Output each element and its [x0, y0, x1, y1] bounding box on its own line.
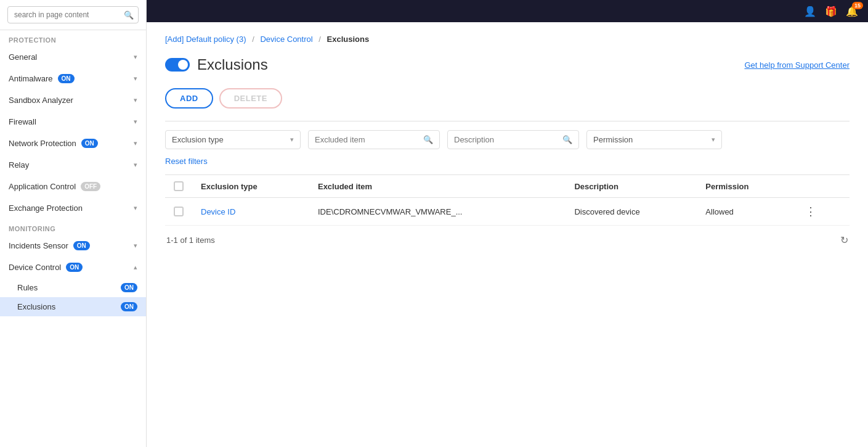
sidebar-item-sandbox[interactable]: Sandbox Analyzer ▾ [0, 89, 146, 111]
action-row: ADD DELETE [165, 88, 850, 109]
add-button[interactable]: ADD [165, 88, 213, 109]
notification-icon[interactable]: 🔔 15 [846, 6, 858, 17]
exclusion-type-label: Exclusion type [172, 135, 224, 144]
col-header-description: Description [566, 175, 697, 198]
user-icon[interactable]: 👤 [804, 6, 816, 17]
breadcrumb-policy[interactable]: [Add] Default policy (3) [165, 35, 246, 44]
sidebar-item-general[interactable]: General ▾ [0, 46, 146, 68]
sidebar-subitem-exclusions[interactable]: Exclusions ON [0, 297, 146, 316]
page-header: Exclusions Get help from Support Center [165, 56, 850, 73]
sidebar-item-label-antimalware: Antimalware [9, 74, 53, 83]
excluded-item-input[interactable] [315, 135, 418, 144]
chevron-icon-exchange: ▾ [134, 204, 137, 212]
chevron-icon-firewall: ▾ [134, 118, 137, 126]
cell-exclusion-type[interactable]: Device ID [201, 207, 235, 216]
chevron-icon-relay: ▾ [134, 161, 137, 169]
table-footer: 1-1 of 1 items ↻ [165, 226, 850, 255]
search-bar-container: 🔍 [0, 0, 146, 30]
badge-antimalware: ON [58, 74, 75, 83]
sidebar-item-label-network: Network Protection [9, 139, 76, 148]
breadcrumb-device-control[interactable]: Device Control [260, 35, 312, 44]
gift-icon[interactable]: 🎁 [825, 6, 837, 17]
sidebar-item-incidents-sensor[interactable]: Incidents Sensor ON ▾ [0, 235, 146, 256]
sidebar-item-label-device-control: Device Control [9, 263, 61, 272]
sidebar-item-label-firewall: Firewall [9, 117, 36, 126]
sidebar: 🔍 PROTECTION General ▾ Antimalware ON ▾ … [0, 0, 147, 447]
exclusions-table: Exclusion type Excluded item Description… [165, 175, 850, 226]
sidebar-item-network-protection[interactable]: Network Protection ON ▾ [0, 133, 146, 154]
sidebar-item-label-exchange: Exchange Protection [9, 203, 83, 213]
page-title: Exclusions [197, 56, 268, 73]
notification-badge: 15 [852, 2, 863, 9]
badge-network: ON [81, 139, 98, 148]
breadcrumb-current: Exclusions [327, 35, 370, 44]
permission-filter[interactable]: Permission ▾ [586, 130, 722, 149]
excluded-item-filter: 🔍 [308, 130, 440, 149]
search-icon: 🔍 [124, 10, 134, 20]
chevron-icon-sandbox: ▾ [134, 96, 137, 104]
chevron-icon-device-control: ▴ [134, 263, 137, 271]
sidebar-item-label-general: General [9, 52, 37, 62]
content-area: [Add] Default policy (3) / Device Contro… [147, 22, 868, 447]
sidebar-subitem-label-exclusions: Exclusions [17, 302, 55, 311]
sidebar-item-label-relay: Relay [9, 160, 29, 170]
col-header-permission: Permission [697, 175, 793, 198]
breadcrumb-sep2: / [318, 35, 321, 44]
breadcrumb-sep1: / [252, 35, 254, 44]
chevron-icon-network: ▾ [134, 139, 137, 147]
chevron-icon-incidents: ▾ [134, 242, 137, 250]
sidebar-item-device-control[interactable]: Device Control ON ▴ [0, 256, 146, 278]
col-header-exclusion-type: Exclusion type [192, 175, 309, 198]
support-link[interactable]: Get help from Support Center [744, 60, 850, 70]
filters-row: Exclusion type ▾ 🔍 🔍 Permission ▾ [165, 121, 850, 149]
exclusions-toggle[interactable] [165, 58, 190, 72]
sidebar-item-relay[interactable]: Relay ▾ [0, 154, 146, 176]
col-header-excluded-item: Excluded item [309, 175, 566, 198]
sidebar-item-firewall[interactable]: Firewall ▾ [0, 111, 146, 133]
sidebar-item-antimalware[interactable]: Antimalware ON ▾ [0, 68, 146, 89]
toggle-slider [165, 58, 190, 72]
section-protection-label: PROTECTION [0, 30, 146, 46]
sidebar-subitem-rules[interactable]: Rules ON [0, 278, 146, 297]
badge-device-control: ON [66, 263, 83, 272]
badge-app-control: OFF [81, 182, 100, 191]
delete-button[interactable]: DELETE [219, 88, 282, 109]
select-all-checkbox[interactable] [174, 181, 184, 191]
refresh-icon[interactable]: ↻ [840, 234, 848, 246]
search-icon-description: 🔍 [562, 135, 572, 144]
exclusions-table-container: Exclusion type Excluded item Description… [165, 174, 850, 226]
main-area: 👤 🎁 🔔 15 [Add] Default policy (3) / Devi… [147, 0, 868, 447]
description-input[interactable] [454, 135, 558, 144]
cell-permission: Allowed [697, 198, 793, 226]
search-input[interactable] [7, 6, 139, 23]
badge-rules: ON [121, 283, 137, 292]
topbar: 👤 🎁 🔔 15 [147, 0, 868, 22]
sidebar-item-app-control[interactable]: Application Control OFF [0, 176, 146, 197]
reset-filters-link[interactable]: Reset filters [165, 157, 208, 166]
section-monitoring-label: MONITORING [0, 219, 146, 235]
chevron-down-icon-permission: ▾ [712, 136, 715, 144]
sidebar-item-label-incidents: Incidents Sensor [9, 241, 68, 250]
cell-excluded-item: IDE\CDROMNECVMWAR_VMWARE_... [309, 198, 566, 226]
sidebar-item-exchange[interactable]: Exchange Protection ▾ [0, 197, 146, 219]
sidebar-item-label-sandbox: Sandbox Analyzer [9, 96, 73, 105]
table-row: Device ID IDE\CDROMNECVMWAR_VMWARE_... D… [165, 198, 850, 226]
pagination-label: 1-1 of 1 items [166, 236, 215, 245]
cell-description: Discovered device [566, 198, 697, 226]
sidebar-item-label-app-control: Application Control [9, 182, 76, 191]
row-actions-menu[interactable]: ⋮ [801, 204, 820, 219]
sidebar-subitem-label-rules: Rules [17, 283, 38, 292]
exclusion-type-filter[interactable]: Exclusion type ▾ [165, 130, 301, 149]
chevron-down-icon: ▾ [290, 136, 294, 144]
row-checkbox[interactable] [174, 207, 184, 216]
breadcrumb: [Add] Default policy (3) / Device Contro… [165, 35, 850, 44]
description-filter: 🔍 [447, 130, 579, 149]
permission-label: Permission [593, 135, 633, 144]
badge-exclusions: ON [121, 302, 137, 311]
chevron-icon-general: ▾ [134, 53, 137, 61]
search-icon-excluded: 🔍 [423, 135, 433, 144]
badge-incidents: ON [73, 241, 90, 250]
chevron-icon-antimalware: ▾ [134, 75, 137, 83]
